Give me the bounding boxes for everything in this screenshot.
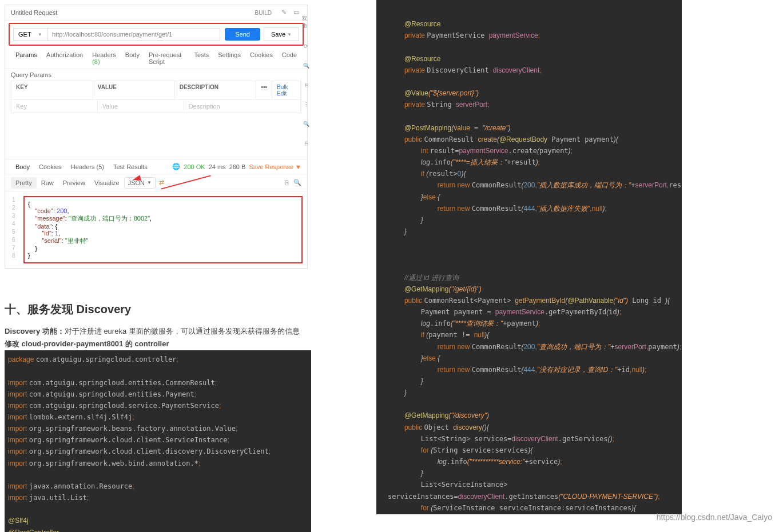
tab-tests[interactable]: Tests: [190, 48, 214, 69]
resp-body[interactable]: Body: [11, 163, 34, 170]
tab-prereq[interactable]: Pre-request Script: [144, 48, 190, 69]
method-select[interactable]: GET▼: [13, 28, 47, 41]
request-title: Untitled Request: [11, 9, 255, 16]
th-value: VALUE: [93, 81, 175, 99]
view-raw[interactable]: Raw: [37, 177, 58, 189]
view-pretty[interactable]: Pretty: [11, 177, 37, 189]
build-label[interactable]: BUILD: [255, 10, 272, 16]
search-icon[interactable]: 🔍: [293, 179, 301, 186]
key-input[interactable]: Key: [11, 100, 98, 113]
th-key: KEY: [11, 81, 93, 99]
cookies-link[interactable]: Cookies: [245, 48, 277, 69]
value-input[interactable]: Value: [98, 100, 184, 113]
resp-cookies[interactable]: Cookies: [34, 163, 66, 170]
section-heading: 十、服务发现 Discovery: [5, 302, 377, 317]
tab-settings[interactable]: Settings: [213, 48, 245, 69]
tab-params[interactable]: Params: [11, 48, 42, 69]
tab-headers[interactable]: Headers (8): [88, 48, 121, 69]
side-toolbar: 双击 ⟳ 🔍 ⎘ ⋮ 🔍 ⎘: [302, 5, 310, 233]
response-body: 12345678 { "code": 200, "message": "查询成功…: [5, 191, 307, 268]
para-2: 修改 cloud-provider-payment8001 的 controll…: [5, 338, 377, 350]
resp-tests[interactable]: Test Results: [109, 163, 152, 170]
edit-icon[interactable]: ✎: [279, 9, 289, 17]
save-button[interactable]: Save ▼: [264, 27, 299, 41]
para-1: Discovery 功能：对于注册进 eureka 里面的微服务，可以通过服务发…: [5, 325, 377, 338]
view-preview[interactable]: Preview: [58, 177, 90, 189]
postman-panel: Untitled Request BUILD ✎ ▭ GET▼ http://l…: [5, 5, 308, 269]
status-time: 24 ms: [209, 163, 226, 170]
url-input[interactable]: http://localhost:80/consumer/payment/get…: [47, 28, 220, 41]
code-block-left: package com.atguigu.springcloud.controll…: [5, 350, 311, 532]
tab-body[interactable]: Body: [121, 48, 144, 69]
status-size: 260 B: [229, 163, 246, 170]
th-desc: DESCRIPTION: [175, 81, 257, 99]
query-params-label: Query Params: [5, 69, 307, 81]
globe-icon[interactable]: 🌐: [172, 163, 180, 170]
tab-auth[interactable]: Authorization: [42, 48, 88, 69]
save-response[interactable]: Save Response ▼: [249, 163, 301, 170]
copy-icon[interactable]: ⎘: [285, 179, 289, 186]
send-button[interactable]: Send: [225, 28, 260, 41]
url-bar: GET▼ http://localhost:80/consumer/paymen…: [9, 23, 304, 46]
code-block-right: @Resource private PaymentService payment…: [376, 0, 682, 514]
view-visualize[interactable]: Visualize: [90, 177, 124, 189]
resp-headers[interactable]: Headers (5): [66, 163, 109, 170]
code-link[interactable]: Code: [277, 48, 301, 69]
watermark: https://blog.csdn.net/Java_Caiyo: [657, 513, 772, 522]
desc-input[interactable]: Description: [184, 100, 301, 113]
status-code: 200 OK: [184, 163, 205, 170]
comment-icon[interactable]: ▭: [291, 9, 301, 17]
th-more[interactable]: •••: [256, 81, 272, 99]
bulk-edit[interactable]: Bulk Edit: [272, 81, 301, 99]
